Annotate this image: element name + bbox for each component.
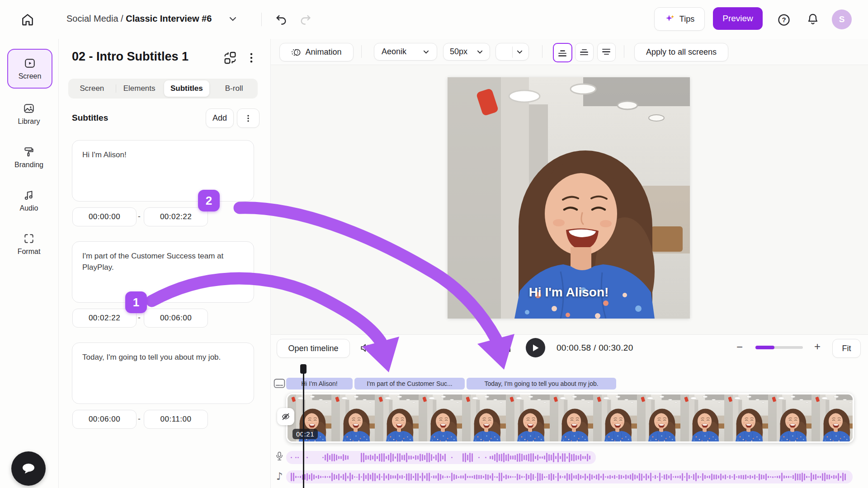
align-top-icon: [602, 49, 611, 56]
sidebar-item-format[interactable]: Format: [7, 225, 51, 263]
chevron-down-icon: [423, 50, 429, 54]
video-track[interactable]: [286, 393, 854, 443]
open-timeline-button[interactable]: Open timeline: [277, 339, 350, 358]
music-audio-track[interactable]: [286, 470, 853, 483]
video-thumbnail: [680, 394, 724, 441]
play-icon: [532, 344, 539, 352]
total-duration: 00:30.20: [599, 343, 633, 352]
subtitle-clip[interactable]: Hi I'm Alison!: [286, 378, 353, 389]
subtitle-end-time[interactable]: 00:02:22: [144, 207, 208, 226]
breadcrumb-folder: Social Media: [66, 14, 118, 23]
kebab-icon: [244, 113, 253, 123]
help-icon[interactable]: ?: [777, 13, 791, 27]
tab-broll[interactable]: B-roll: [211, 80, 257, 97]
video-thumbnail: [331, 394, 375, 441]
chevron-down-icon: [476, 50, 483, 54]
annotation-step-1-badge: 1: [125, 291, 147, 313]
align-top-button[interactable]: [597, 43, 616, 61]
time-separator: /: [594, 343, 596, 352]
chat-widget-button[interactable]: [11, 451, 46, 486]
tab-elements[interactable]: Elements: [117, 80, 162, 97]
chat-bubble-icon: [19, 460, 38, 478]
svg-text:?: ?: [782, 16, 786, 23]
swatch-divider: [512, 47, 513, 58]
video-thumbnail: [811, 394, 854, 441]
subtitle-text-input[interactable]: Hi I'm Alison!: [72, 140, 254, 202]
chevron-down-icon[interactable]: [228, 16, 237, 22]
toolbar-divider: [361, 45, 362, 58]
chevron-down-icon: [516, 50, 523, 54]
timeline-area: Hi I'm Alison! I'm part of the Customer …: [271, 360, 868, 488]
subtitle-text-input[interactable]: I'm part of the Customer Success team at…: [72, 241, 254, 303]
panel-tabs: Screen Elements Subtitles B-roll: [68, 79, 258, 99]
add-subtitle-button[interactable]: Add: [206, 108, 234, 128]
hide-clip-button[interactable]: [277, 408, 294, 425]
video-thumbnail: [506, 394, 550, 441]
subtitles-section-title: Subtitles: [72, 113, 108, 123]
toolbar-divider: [624, 45, 624, 58]
subtitle-start-time[interactable]: 00:00:00: [72, 207, 137, 226]
subtitles-menu-button[interactable]: [237, 108, 259, 128]
time-range-dash: -: [138, 212, 141, 221]
animation-button[interactable]: Animation: [279, 43, 354, 61]
eye-off-icon: [281, 412, 291, 422]
video-thumbnail: [768, 394, 812, 441]
subtitle-end-time[interactable]: 00:06:00: [144, 309, 208, 328]
video-thumbnail: [637, 394, 681, 441]
home-button[interactable]: [20, 12, 35, 27]
timeline-zoom-slider[interactable]: [755, 346, 803, 349]
volume-icon[interactable]: [359, 342, 371, 354]
playhead-line[interactable]: [303, 365, 304, 488]
voice-audio-track[interactable]: [286, 451, 596, 464]
skip-back-icon[interactable]: [502, 343, 513, 353]
video-thumbnail: [419, 394, 462, 441]
subtitle-end-time[interactable]: 00:11:00: [144, 410, 208, 429]
avatar-initial: S: [839, 14, 845, 24]
clip-timestamp: 00:21: [292, 429, 318, 439]
voice-track-icon: [274, 451, 285, 462]
preview-button[interactable]: Preview: [713, 7, 763, 30]
font-family-select[interactable]: Aeonik: [374, 43, 437, 61]
microphone-icon: [275, 451, 284, 462]
tips-button[interactable]: Tips: [654, 7, 705, 31]
format-icon: [23, 233, 35, 244]
subtitle-clip[interactable]: Today, I'm going to tell you about my jo…: [467, 378, 616, 389]
zoom-out-button[interactable]: −: [736, 342, 743, 352]
zoom-slider-fill: [755, 346, 774, 349]
preview-subtitle-overlay[interactable]: Hi I'm Alison!: [448, 285, 690, 300]
play-button[interactable]: [526, 338, 545, 357]
subtitle-text-input[interactable]: Today, I'm going to tell you about my jo…: [72, 343, 254, 404]
annotation-step-2-badge: 2: [198, 190, 220, 211]
sidebar-item-audio[interactable]: Audio: [7, 182, 51, 220]
subtitle-start-time[interactable]: 00:06:00: [72, 410, 137, 429]
user-avatar[interactable]: S: [832, 9, 852, 29]
sidebar-item-screen[interactable]: Screen: [7, 49, 52, 89]
tab-screen[interactable]: Screen: [69, 80, 115, 97]
music-track-icon: ♪: [274, 470, 285, 482]
tab-subtitles[interactable]: Subtitles: [164, 80, 210, 97]
video-preview[interactable]: [448, 77, 690, 319]
video-frame: [448, 77, 690, 319]
breadcrumb-separator: /: [121, 14, 123, 23]
current-time: 00:00.58: [557, 343, 591, 352]
zoom-in-button[interactable]: +: [814, 341, 821, 352]
bell-icon[interactable]: [806, 13, 820, 26]
toolbar-divider: [542, 45, 542, 58]
audio-icon: [23, 189, 35, 201]
breadcrumb[interactable]: Social Media / Classic Interview #6: [66, 14, 212, 24]
redo-icon[interactable]: [299, 13, 312, 26]
apply-to-all-screens-button[interactable]: Apply to all screens: [634, 43, 728, 61]
sidebar-item-branding[interactable]: Branding: [7, 138, 51, 176]
font-size-select[interactable]: 50px: [443, 43, 490, 61]
replace-screen-icon[interactable]: [222, 51, 238, 65]
font-color-select[interactable]: [495, 43, 529, 61]
breadcrumb-project: Classic Interview #6: [126, 14, 212, 23]
fit-button[interactable]: Fit: [832, 339, 861, 358]
subtitle-style-toolbar: Animation Aeonik 50px Apply to all scree…: [271, 39, 868, 65]
undo-icon[interactable]: [275, 13, 288, 26]
screen-menu-icon[interactable]: [245, 51, 258, 65]
align-middle-button[interactable]: [575, 43, 594, 61]
sidebar-item-library[interactable]: Library: [7, 95, 51, 133]
subtitle-clip[interactable]: I'm part of the Customer Suc...: [354, 378, 465, 389]
align-bottom-button[interactable]: [553, 43, 572, 62]
